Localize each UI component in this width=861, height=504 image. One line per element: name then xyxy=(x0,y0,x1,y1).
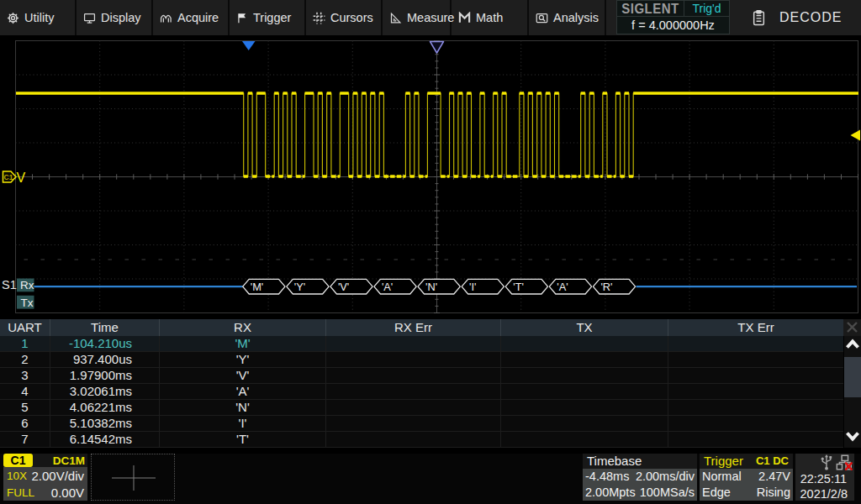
svg-text:'M': 'M' xyxy=(251,281,264,293)
svg-text:C1: C1 xyxy=(4,173,13,181)
svg-text:'I': 'I' xyxy=(469,281,476,293)
svg-text:V: V xyxy=(17,171,26,185)
svg-text:'R': 'R' xyxy=(600,281,612,293)
svg-text:'V': 'V' xyxy=(338,281,349,293)
svg-text:'A': 'A' xyxy=(557,281,568,293)
svg-text:Rx: Rx xyxy=(20,279,34,291)
svg-text:S1: S1 xyxy=(2,278,17,291)
svg-text:Tx: Tx xyxy=(21,297,34,309)
svg-text:'Y': 'Y' xyxy=(294,281,305,293)
svg-text:'N': 'N' xyxy=(425,281,437,293)
svg-text:'T': 'T' xyxy=(513,281,524,293)
svg-text:'A': 'A' xyxy=(382,281,393,293)
